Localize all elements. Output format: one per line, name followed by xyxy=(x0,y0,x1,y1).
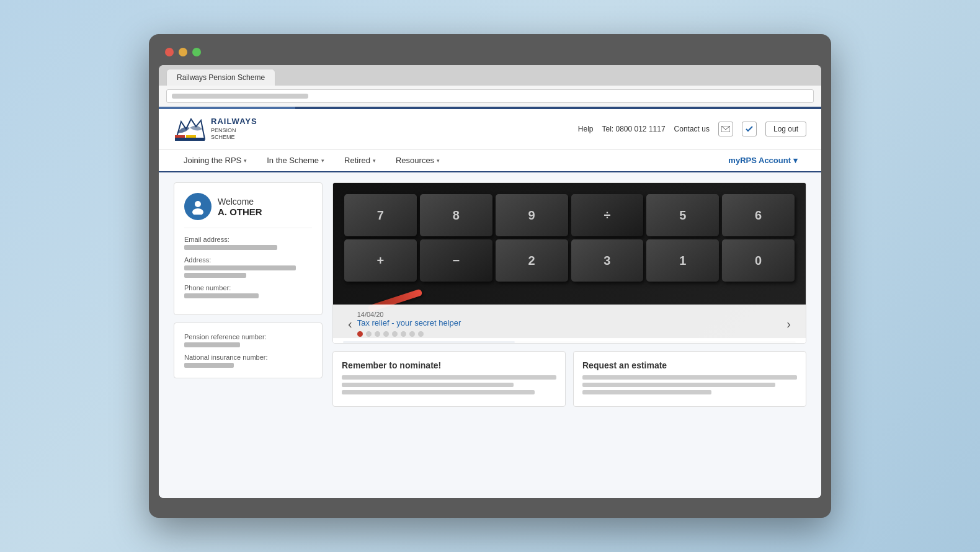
caption-text: 14/04/20 Tax relief - your secret helper xyxy=(357,311,782,327)
bottom-cards: Remember to nominate! Request an estimat… xyxy=(332,351,806,407)
address-value-1 xyxy=(184,265,296,270)
estimate-card-title: Request an estimate xyxy=(582,360,797,370)
address-bar[interactable] xyxy=(166,89,814,103)
mail-icon xyxy=(721,126,730,132)
phone-label: Phone number: xyxy=(184,284,312,292)
calc-key-0: 0 xyxy=(722,239,795,282)
nav-item-joining[interactable]: Joining the RPS ▾ xyxy=(174,149,257,171)
carousel-title[interactable]: Tax relief - your secret helper xyxy=(357,318,782,327)
logo-icon xyxy=(174,115,206,143)
carousel-card: 7 8 9 ÷ 5 6 + − 2 3 1 0 xyxy=(332,182,806,344)
nav-items: Joining the RPS ▾ In the Scheme ▾ Retire… xyxy=(174,149,450,171)
nominate-card-title: Remember to nominate! xyxy=(342,360,556,370)
estimate-text-3 xyxy=(582,390,711,394)
nominate-card: Remember to nominate! xyxy=(332,351,566,407)
carousel-dot-8[interactable] xyxy=(418,331,424,337)
loading-bar-fill xyxy=(159,107,295,109)
ni-label: National insurance number: xyxy=(184,354,312,361)
nav-item-resources[interactable]: Resources ▾ xyxy=(386,149,450,171)
calc-key-minus: − xyxy=(420,239,492,282)
pension-ref-value xyxy=(184,342,240,347)
greeting-text: Welcome xyxy=(218,197,262,207)
logo-scheme: SCHEME xyxy=(211,134,257,141)
carousel-dot-7[interactable] xyxy=(409,331,415,337)
svg-point-6 xyxy=(192,208,203,215)
svg-rect-1 xyxy=(175,138,205,141)
contact-link[interactable]: Contact us xyxy=(674,125,710,133)
left-panel: Welcome A. OTHER Email address: Address: xyxy=(174,182,323,488)
help-link[interactable]: Help xyxy=(578,125,594,133)
nav-item-retired[interactable]: Retired ▾ xyxy=(334,149,386,171)
myrps-account-button[interactable]: myRPS Account ▾ xyxy=(719,149,806,171)
estimate-card: Request an estimate xyxy=(573,351,806,407)
chevron-down-icon: ▾ xyxy=(373,158,376,164)
nominate-text-3 xyxy=(342,390,535,394)
logo-railways: RAILWAYS xyxy=(211,117,257,127)
estimate-text-1 xyxy=(582,375,797,380)
calc-key-9: 9 xyxy=(496,194,568,236)
calc-key-8: 8 xyxy=(420,194,492,236)
carousel-date: 14/04/20 xyxy=(357,311,782,318)
browser-tab[interactable]: Railways Pension Scheme xyxy=(166,69,275,86)
carousel-prev-button[interactable]: ‹ xyxy=(343,316,357,332)
minimize-button[interactable] xyxy=(179,48,187,56)
browser-window: Railways Pension Scheme xyxy=(159,65,821,498)
user-card: Welcome A. OTHER Email address: Address: xyxy=(174,182,323,315)
carousel-dot-6[interactable] xyxy=(401,331,406,337)
chevron-down-icon: ▾ xyxy=(437,158,440,164)
pension-ref-label: Pension reference number: xyxy=(184,333,312,341)
checkmark-icon xyxy=(745,125,754,133)
carousel-dot-5[interactable] xyxy=(392,331,398,337)
calc-key-6: 6 xyxy=(722,194,795,236)
site-main: Welcome A. OTHER Email address: Address: xyxy=(159,172,821,498)
address-value-2 xyxy=(184,273,246,278)
calc-key-plus: + xyxy=(344,239,417,282)
avatar-icon xyxy=(190,198,206,215)
logo-text: RAILWAYS PENSION SCHEME xyxy=(211,117,257,141)
carousel-dots xyxy=(357,331,782,337)
calc-key-div: ÷ xyxy=(571,194,644,236)
tel-number: Tel: 0800 012 1117 xyxy=(602,125,665,133)
phone-row: Phone number: xyxy=(184,284,312,298)
svg-point-5 xyxy=(195,201,201,207)
nav-item-in-scheme[interactable]: In the Scheme ▾ xyxy=(257,149,334,171)
close-button[interactable] xyxy=(165,48,174,56)
email-value xyxy=(184,245,277,250)
reference-card: Pension reference number: National insur… xyxy=(174,323,323,378)
site-nav: Joining the RPS ▾ In the Scheme ▾ Retire… xyxy=(159,149,821,172)
site-content: RAILWAYS PENSION SCHEME Help Tel: 0800 0… xyxy=(159,109,821,498)
nominate-text-1 xyxy=(342,375,556,380)
estimate-text-2 xyxy=(582,383,775,387)
nominate-text-2 xyxy=(342,383,514,387)
svg-rect-3 xyxy=(186,135,196,138)
avatar xyxy=(184,193,212,220)
right-panel: 7 8 9 ÷ 5 6 + − 2 3 1 0 xyxy=(332,182,806,488)
svg-rect-2 xyxy=(175,135,185,138)
email-row: Email address: xyxy=(184,236,312,250)
address-row: Address: xyxy=(184,256,312,278)
calc-key-3: 3 xyxy=(571,239,644,282)
mail-icon-btn[interactable] xyxy=(718,122,733,136)
carousel-dot-3[interactable] xyxy=(375,331,380,337)
address-bar-row xyxy=(159,86,821,107)
chevron-down-icon: ▾ xyxy=(244,158,247,164)
calc-key-2: 2 xyxy=(496,239,568,282)
logout-button[interactable]: Log out xyxy=(765,122,806,136)
carousel-dot-2[interactable] xyxy=(366,331,372,337)
welcome-text: Welcome A. OTHER xyxy=(218,197,262,217)
address-label: Address: xyxy=(184,256,312,264)
loading-bar-row xyxy=(159,107,821,109)
carousel-next-button[interactable]: › xyxy=(782,316,796,332)
ni-value xyxy=(184,363,234,368)
calc-key-5: 5 xyxy=(646,194,719,236)
carousel-dot-1[interactable] xyxy=(357,331,363,337)
site-header: RAILWAYS PENSION SCHEME Help Tel: 0800 0… xyxy=(159,109,821,149)
maximize-button[interactable] xyxy=(192,48,201,56)
tab-bar: Railways Pension Scheme xyxy=(159,65,821,86)
carousel-caption-center: 14/04/20 Tax relief - your secret helper xyxy=(357,311,782,337)
chevron-down-icon: ▾ xyxy=(793,156,798,165)
carousel-dot-4[interactable] xyxy=(383,331,389,337)
monitor: Railways Pension Scheme xyxy=(149,34,831,518)
checkmark-icon-btn[interactable] xyxy=(742,122,757,136)
chevron-down-icon: ▾ xyxy=(321,158,324,164)
